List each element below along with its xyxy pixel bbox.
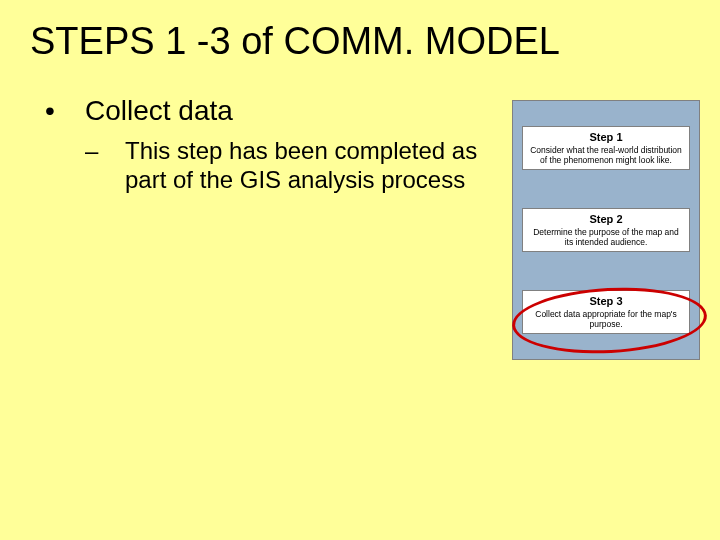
step-1-title: Step 1 — [529, 131, 683, 143]
bullet-text: Collect data — [85, 95, 233, 127]
step-1-desc: Consider what the real-world distributio… — [529, 145, 683, 165]
step-box-2: Step 2 Determine the purpose of the map … — [522, 208, 690, 252]
step-3-desc: Collect data appropriate for the map's p… — [529, 309, 683, 329]
step-2-title: Step 2 — [529, 213, 683, 225]
sub-bullet-item: – This step has been completed as part o… — [85, 137, 495, 195]
dash-symbol: – — [85, 137, 125, 165]
step-box-1: Step 1 Consider what the real-world dist… — [522, 126, 690, 170]
step-2-desc: Determine the purpose of the map and its… — [529, 227, 683, 247]
steps-diagram: Step 1 Consider what the real-world dist… — [512, 100, 700, 360]
step-box-3: Step 3 Collect data appropriate for the … — [522, 290, 690, 334]
slide-body: • Collect data – This step has been comp… — [45, 95, 495, 195]
sub-bullet-text: This step has been completed as part of … — [125, 137, 495, 195]
bullet-symbol: • — [45, 95, 85, 127]
slide-title: STEPS 1 -3 of COMM. MODEL — [30, 20, 560, 63]
bullet-item: • Collect data — [45, 95, 495, 127]
step-3-title: Step 3 — [529, 295, 683, 307]
